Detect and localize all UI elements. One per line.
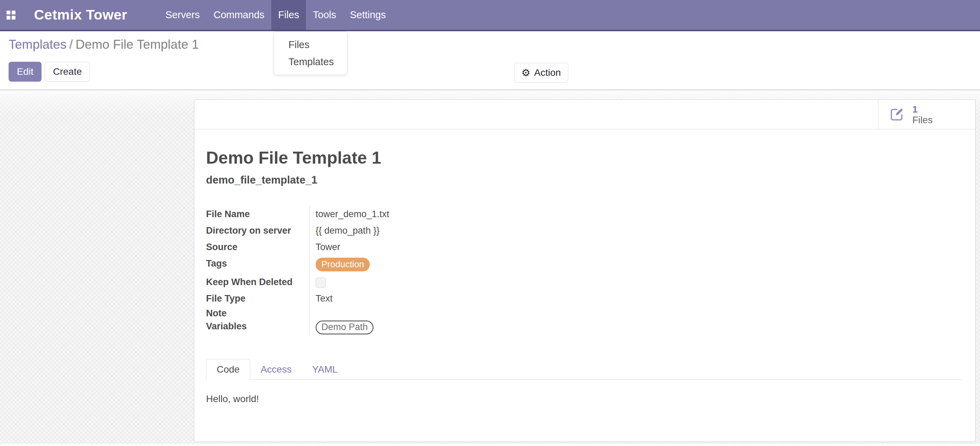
- breadcrumb-separator: /: [67, 37, 76, 51]
- dropdown-item-files[interactable]: Files: [274, 36, 347, 53]
- stat-button-text: 1 Files: [912, 104, 932, 125]
- field-label: Directory on server: [206, 222, 309, 239]
- keep-when-deleted-checkbox[interactable]: [315, 278, 326, 288]
- create-button[interactable]: Create: [45, 62, 90, 82]
- action-button[interactable]: ⚙ Action: [514, 63, 568, 83]
- control-panel: Templates/Demo File Template 1 Edit Crea…: [0, 31, 980, 90]
- field-label: Keep When Deleted: [206, 274, 309, 290]
- field-value: [309, 307, 961, 320]
- field-label: Source: [206, 239, 309, 255]
- brand-logo[interactable]: Cetmix Tower: [34, 0, 127, 30]
- control-panel-buttons: Edit Create: [9, 62, 980, 82]
- field-value: [309, 274, 961, 290]
- field-label: Note: [206, 307, 309, 320]
- top-navbar: Cetmix Tower Servers Commands Files Tool…: [0, 0, 980, 31]
- field-group: File Name tower_demo_1.txt Directory on …: [206, 206, 961, 335]
- notebook-tabs: Code Access YAML: [206, 359, 961, 380]
- breadcrumb: Templates/Demo File Template 1: [9, 36, 980, 53]
- field-row-file-type: File Type Text: [206, 290, 961, 307]
- stat-count: 1: [912, 104, 932, 114]
- tab-yaml[interactable]: YAML: [302, 360, 348, 379]
- nav-item-files[interactable]: Files: [271, 0, 306, 30]
- field-row-keep-when-deleted: Keep When Deleted: [206, 274, 961, 290]
- button-box: 1 Files: [194, 100, 975, 129]
- tag-production: Production: [315, 258, 370, 271]
- nav-item-commands[interactable]: Commands: [207, 0, 271, 30]
- field-value: tower_demo_1.txt: [309, 206, 961, 222]
- action-button-label: Action: [534, 67, 561, 78]
- field-label: File Name: [206, 206, 309, 222]
- breadcrumb-current: Demo File Template 1: [76, 37, 199, 51]
- edit-button[interactable]: Edit: [9, 62, 41, 82]
- record-reference: demo_file_template_1: [206, 174, 961, 187]
- apps-grid-icon: [6, 11, 16, 19]
- tab-code[interactable]: Code: [206, 359, 250, 380]
- apps-menu-button[interactable]: [0, 0, 16, 30]
- code-tab-content: Hello, world!: [206, 393, 961, 405]
- main-menu: Servers Commands Files Tools Settings: [159, 0, 393, 30]
- dropdown-item-templates[interactable]: Templates: [274, 53, 347, 70]
- field-label: File Type: [206, 290, 309, 307]
- record-title: Demo File Template 1: [206, 148, 961, 168]
- field-row-directory: Directory on server {{ demo_path }}: [206, 222, 961, 239]
- field-value: Production: [309, 255, 961, 274]
- files-dropdown-menu: Files Templates: [274, 31, 347, 75]
- nav-item-servers[interactable]: Servers: [159, 0, 207, 30]
- gear-icon: ⚙: [522, 68, 531, 78]
- field-label: Tags: [206, 255, 309, 272]
- field-label: Variables: [206, 320, 309, 333]
- files-stat-button[interactable]: 1 Files: [878, 100, 975, 129]
- variable-pill-demo-path: Demo Path: [315, 321, 374, 335]
- field-row-source: Source Tower: [206, 239, 961, 255]
- field-value: {{ demo_path }}: [309, 222, 961, 239]
- sheet-body: Demo File Template 1 demo_file_template_…: [194, 148, 975, 405]
- breadcrumb-parent-link[interactable]: Templates: [9, 37, 67, 51]
- edit-file-icon: [889, 106, 905, 122]
- field-row-note: Note: [206, 307, 961, 320]
- field-value: Demo Path: [309, 320, 961, 335]
- nav-item-tools[interactable]: Tools: [306, 0, 343, 30]
- stat-label: Files: [912, 114, 932, 125]
- field-row-file-name: File Name tower_demo_1.txt: [206, 206, 961, 222]
- field-value: Text: [309, 290, 961, 307]
- field-value: Tower: [309, 239, 961, 255]
- nav-item-settings[interactable]: Settings: [343, 0, 393, 30]
- field-row-variables: Variables Demo Path: [206, 320, 961, 335]
- field-row-tags: Tags Production: [206, 255, 961, 274]
- tab-access[interactable]: Access: [250, 360, 302, 379]
- form-sheet: 1 Files Demo File Template 1 demo_file_t…: [194, 100, 975, 442]
- form-view-background: 1 Files Demo File Template 1 demo_file_t…: [0, 90, 980, 444]
